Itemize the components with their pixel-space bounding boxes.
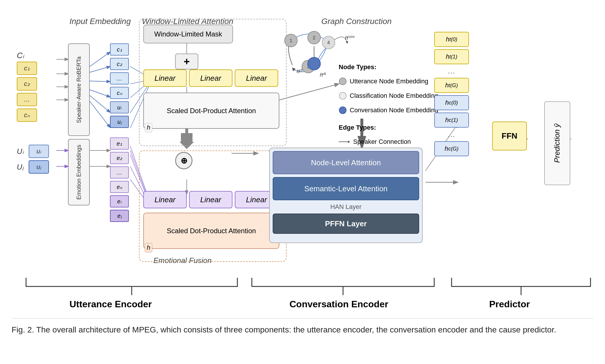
linear-row-top: Linear Linear Linear bbox=[143, 69, 278, 87]
e1-box: e₁ bbox=[110, 137, 129, 150]
legend-classification: Classification Node Embedding bbox=[339, 89, 438, 102]
edge-types-title: Edge Types: bbox=[339, 121, 438, 134]
predictor-label: Predictor bbox=[489, 299, 530, 310]
ei-box: eᵢ bbox=[110, 195, 129, 207]
edots-box: … bbox=[110, 166, 129, 179]
semantic-level-attention: Semantic-Level Attention bbox=[273, 177, 419, 200]
input-embedding-label: Input Embedding bbox=[69, 17, 131, 26]
ht1-box: ht(1) bbox=[434, 49, 469, 64]
cn-box: cₙ bbox=[110, 87, 129, 99]
linear-box-1: Linear bbox=[143, 69, 187, 87]
ui-input: uᵢ bbox=[29, 145, 49, 158]
c-boxes: c₁ c₂ … cₙ uᵢ uⱼ bbox=[110, 43, 129, 128]
emotional-fusion-label: Emotional Fusion bbox=[153, 256, 212, 265]
en-box: eₙ bbox=[110, 181, 129, 193]
ci-label: Cᵢ bbox=[17, 51, 37, 60]
svg-marker-42 bbox=[179, 133, 194, 149]
utterance-node-label: Utterance Node Embedding bbox=[350, 75, 428, 88]
linear-box-p1: Linear bbox=[143, 191, 187, 208]
e2-box: e₂ bbox=[110, 152, 129, 164]
e-boxes: e₁ e₂ … eₙ eᵢ eⱼ bbox=[110, 137, 129, 222]
diagram-area: Input Embedding Window-Limited Attention… bbox=[12, 9, 593, 312]
c1-box: c₁ bbox=[110, 43, 129, 56]
prediction-label: Prediction ŷ bbox=[552, 124, 562, 163]
ci-group: Cᵢ c₁ c₂ … cₙ bbox=[17, 51, 37, 122]
svg-point-58 bbox=[339, 78, 346, 85]
svg-line-8 bbox=[90, 81, 110, 82]
dots1: … bbox=[448, 67, 455, 76]
uj-label: Uⱼ bbox=[17, 163, 27, 172]
uj-input: uⱼ bbox=[29, 160, 49, 174]
svg-line-7 bbox=[90, 67, 110, 72]
oplus-circle: ⊕ bbox=[175, 152, 192, 169]
svg-text:4: 4 bbox=[327, 40, 330, 45]
han-label: HAN Layer bbox=[273, 203, 419, 211]
svg-text:2: 2 bbox=[313, 35, 316, 40]
pffn-layer: PFFN Layer bbox=[273, 214, 419, 234]
output-column: ht(0) ht(1) … ht(G) hc(0) hc(1) … hc(G) bbox=[434, 32, 469, 156]
hc0-box: hc(0) bbox=[434, 95, 469, 110]
conversation-node-label: Conversation Node Embedding bbox=[350, 104, 438, 117]
down-arrow-svg bbox=[179, 133, 194, 149]
classification-node-label: Classification Node Embedding bbox=[350, 89, 438, 102]
legend-speaker: Speaker Connection bbox=[339, 135, 438, 148]
emotion-label: Emotion Embeddings bbox=[76, 145, 82, 200]
linear-box-p2: Linear bbox=[189, 191, 232, 208]
ej-box: eⱼ bbox=[110, 210, 129, 222]
cdots-input: … bbox=[17, 93, 37, 106]
speaker-connection-label: Speaker Connection bbox=[353, 135, 411, 148]
cn-input: cₙ bbox=[17, 109, 37, 122]
svg-point-51 bbox=[308, 57, 320, 70]
caption: Fig. 2. The overall architecture of MPEG… bbox=[12, 318, 593, 336]
ui-uj-group: Uᵢ uᵢ Uⱼ uⱼ bbox=[17, 145, 49, 174]
c2-input: c₂ bbox=[17, 77, 37, 91]
scaled-dot-top: Scaled Dot-Product Attention bbox=[143, 93, 279, 129]
utterance-encoder-label: Utterance Encoder bbox=[69, 299, 152, 310]
ht0-box: ht(0) bbox=[434, 32, 469, 47]
emotion-embeddings-box: Emotion Embeddings bbox=[68, 139, 90, 205]
legend-conversation: Conversation Node Embedding bbox=[339, 104, 438, 117]
han-container: Node-Level Attention Semantic-Level Atte… bbox=[269, 148, 423, 243]
svg-line-10 bbox=[90, 95, 110, 112]
uj-box: uⱼ bbox=[110, 116, 129, 128]
c2-box: c₂ bbox=[110, 58, 129, 70]
ffn-box: FFN bbox=[492, 122, 527, 150]
hcG-box: hc(G) bbox=[434, 141, 469, 156]
ui-box: uᵢ bbox=[110, 101, 129, 113]
window-mask-box: Window-Limited Mask bbox=[143, 25, 233, 43]
svg-point-59 bbox=[339, 92, 346, 99]
dots2: … bbox=[448, 130, 455, 139]
legend-utterance: Utterance Node Embedding bbox=[339, 75, 438, 88]
linear-box-2: Linear bbox=[189, 69, 232, 87]
svg-line-11 bbox=[90, 101, 110, 127]
roberta-label: Speaker-Aware RoBERTa bbox=[76, 56, 82, 123]
prediction-box: Prediction ŷ bbox=[544, 101, 570, 185]
cdots-box: … bbox=[110, 72, 129, 84]
down-arrow-big bbox=[177, 133, 197, 149]
svg-point-60 bbox=[339, 107, 346, 114]
c1-input: c₁ bbox=[17, 62, 37, 75]
conversation-encoder-label: Conversation Encoder bbox=[289, 299, 388, 310]
plus-box: + bbox=[175, 54, 198, 69]
svg-text:conv: conv bbox=[347, 35, 355, 39]
h-label-bottom: h bbox=[145, 243, 152, 252]
svg-text:utt: utt bbox=[322, 72, 326, 76]
linear-row-bottom: Linear Linear Linear bbox=[143, 191, 278, 208]
h-label-top: h bbox=[145, 123, 152, 132]
htG-box: ht(G) bbox=[434, 78, 469, 93]
ui-label: Uᵢ bbox=[17, 147, 27, 156]
svg-marker-62 bbox=[348, 141, 350, 143]
hc1-box: hc(1) bbox=[434, 113, 469, 128]
scaled-dot-bottom: Scaled Dot-Product Attention bbox=[143, 213, 279, 249]
svg-text:clf: clf bbox=[299, 68, 303, 72]
svg-line-9 bbox=[90, 90, 110, 97]
node-level-attention: Node-Level Attention bbox=[273, 151, 419, 174]
svg-line-6 bbox=[90, 52, 110, 67]
main-container: Input Embedding Window-Limited Attention… bbox=[12, 9, 593, 336]
svg-text:1: 1 bbox=[290, 38, 292, 43]
node-types-title: Node Types: bbox=[339, 61, 438, 73]
roberta-box: Speaker-Aware RoBERTa bbox=[68, 43, 90, 136]
